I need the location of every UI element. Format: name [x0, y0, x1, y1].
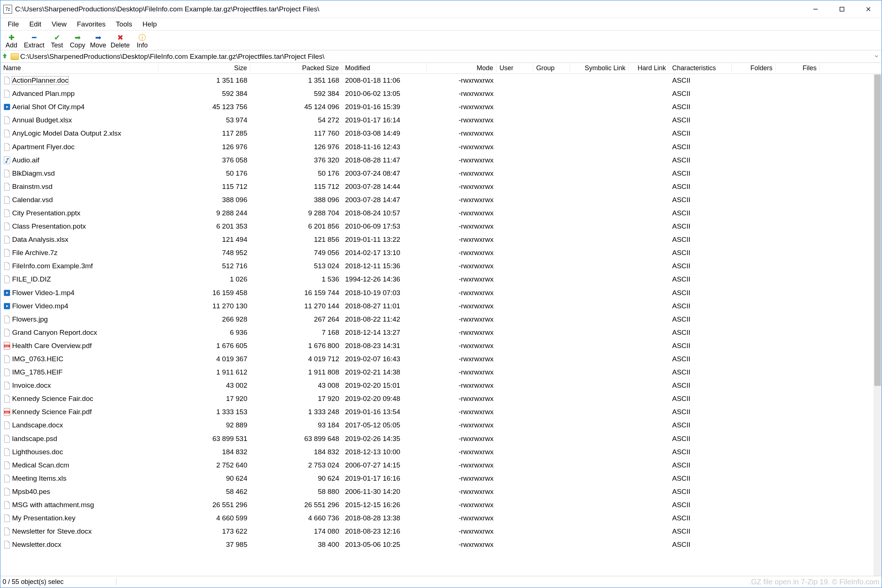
- file-row[interactable]: Flower Video-1.mp416 159 45816 159 74420…: [0, 286, 873, 300]
- file-modified: 2014-02-17 13:10: [342, 249, 427, 257]
- file-size: 11 270 130: [158, 302, 250, 310]
- file-row[interactable]: Flowers.jpg266 928267 2642018-08-22 11:4…: [0, 313, 873, 326]
- file-modified: 2018-11-16 12:43: [342, 143, 427, 151]
- file-characteristics: ASCII: [669, 448, 732, 456]
- menu-favorites[interactable]: Favorites: [72, 19, 111, 30]
- file-row[interactable]: City Presentation.pptx9 288 2449 288 704…: [0, 207, 873, 220]
- menu-tools[interactable]: Tools: [111, 19, 137, 30]
- file-characteristics: ASCII: [669, 275, 732, 284]
- col-header-packed[interactable]: Packed Size: [250, 64, 342, 73]
- file-row[interactable]: IMG_0763.HEIC4 019 3674 019 7122019-02-0…: [0, 352, 873, 366]
- file-row[interactable]: IMG_1785.HEIF1 911 6121 911 8082019-02-2…: [0, 366, 873, 379]
- col-header-size[interactable]: Size: [158, 64, 250, 73]
- file-row[interactable]: Kennedy Science Fair.doc17 92017 9202019…: [0, 392, 873, 405]
- file-row[interactable]: Grand Canyon Report.docx6 9367 1682018-1…: [0, 326, 873, 339]
- maximize-button[interactable]: [829, 0, 855, 18]
- file-row[interactable]: FILE_ID.DIZ1 0261 5361994-12-26 14:36-rw…: [0, 273, 873, 286]
- file-name: Aerial Shot Of City.mp4: [12, 103, 84, 111]
- file-row[interactable]: Apartment Flyer.doc126 976126 9762018-11…: [0, 140, 873, 153]
- file-row[interactable]: Annual Budget.xlsx53 97454 2722019-01-17…: [0, 114, 873, 127]
- file-row[interactable]: Landscape.docx92 88993 1842017-05-12 05:…: [0, 418, 873, 432]
- col-header-characteristics[interactable]: Characteristics: [669, 64, 732, 73]
- file-packed-size: 4 019 712: [250, 355, 342, 363]
- video-icon: [3, 288, 10, 297]
- col-header-hardlink[interactable]: Hard Link: [629, 64, 669, 73]
- vertical-scrollbar[interactable]: [873, 74, 882, 576]
- menu-help[interactable]: Help: [138, 19, 162, 30]
- close-button[interactable]: [855, 0, 882, 18]
- generic-icon: [3, 540, 10, 549]
- col-header-mode[interactable]: Mode: [427, 64, 496, 73]
- toolbar-copy-button[interactable]: ➡Copy: [67, 33, 88, 50]
- generic-icon: [3, 235, 10, 244]
- toolbar-extract-button[interactable]: ━Extract: [22, 33, 46, 50]
- toolbar-test-button[interactable]: ✔Test: [46, 33, 67, 50]
- file-row[interactable]: BlkDiagm.vsd50 17650 1762003-07-24 08:47…: [0, 167, 873, 180]
- file-row[interactable]: landscape.psd63 899 53163 899 6482019-02…: [0, 432, 873, 446]
- col-header-modified[interactable]: Modified: [342, 64, 427, 73]
- toolbar-move-button[interactable]: ➡Move: [88, 33, 108, 50]
- col-header-user[interactable]: User: [496, 64, 533, 73]
- generic-icon: [3, 487, 10, 496]
- file-row[interactable]: Aerial Shot Of City.mp445 123 75645 124 …: [0, 100, 873, 114]
- file-row[interactable]: File Archive.7z748 952749 0562014-02-17 …: [0, 246, 873, 260]
- file-row[interactable]: MSG with attachment.msg26 551 29626 551 …: [0, 498, 873, 512]
- toolbar-info-button[interactable]: ⓘInfo: [132, 33, 153, 50]
- scrollbar-thumb[interactable]: [874, 75, 881, 386]
- file-modified: 2019-02-07 16:43: [342, 355, 427, 363]
- file-size: 45 123 756: [158, 103, 250, 111]
- menu-view[interactable]: View: [46, 19, 72, 30]
- menu-file[interactable]: File: [3, 19, 24, 30]
- col-header-group[interactable]: Group: [533, 64, 570, 73]
- file-row[interactable]: Data Analysis.xlsx121 494121 8562019-01-…: [0, 233, 873, 246]
- video-icon: [3, 302, 10, 310]
- generic-icon: [3, 315, 10, 324]
- file-row[interactable]: Lighthouses.doc184 832184 8322018-12-13 …: [0, 446, 873, 459]
- file-mode: -rwxrwxrwx: [427, 328, 496, 337]
- file-size: 90 624: [158, 474, 250, 483]
- generic-icon: [3, 195, 10, 204]
- address-input[interactable]: [20, 52, 872, 61]
- file-mode: -rwxrwxrwx: [427, 435, 496, 443]
- file-row[interactable]: PDFHealth Care Overview.pdf1 676 6051 67…: [0, 339, 873, 352]
- col-header-name[interactable]: Name: [0, 64, 158, 73]
- toolbar-delete-button[interactable]: ✖Delete: [108, 33, 132, 50]
- file-row[interactable]: Invoice.docx43 00243 0082019-02-20 15:01…: [0, 379, 873, 392]
- file-row[interactable]: Newsletter for Steve.docx173 622174 0802…: [0, 525, 873, 538]
- file-row[interactable]: Flower Video.mp411 270 13011 270 1442018…: [0, 300, 873, 313]
- file-modified: 2010-06-02 13:05: [342, 90, 427, 98]
- file-row[interactable]: My Presentation.key4 660 5994 660 736201…: [0, 512, 873, 525]
- col-header-files[interactable]: Files: [776, 64, 820, 73]
- file-row[interactable]: Meeting Items.xls90 62490 6242019-01-17 …: [0, 472, 873, 485]
- status-right-watermark: .GZ file open in 7-Zip 19. © FileInfo.co…: [749, 578, 879, 586]
- file-modified: 2018-03-08 14:49: [342, 129, 427, 138]
- file-row[interactable]: PDFKennedy Science Fair.pdf1 333 1531 33…: [0, 405, 873, 418]
- file-row[interactable]: ActionPlanner.doc1 351 1681 351 1682008-…: [0, 74, 873, 87]
- file-row[interactable]: AnyLogic Model Data Output 2.xlsx117 285…: [0, 127, 873, 140]
- file-packed-size: 4 660 736: [250, 514, 342, 522]
- file-row[interactable]: Class Presentation.potx6 201 3536 201 85…: [0, 220, 873, 233]
- menu-edit[interactable]: Edit: [24, 19, 46, 30]
- file-mode: -rwxrwxrwx: [427, 315, 496, 323]
- toolbar-add-button[interactable]: ✚Add: [1, 33, 22, 50]
- address-dropdown-icon[interactable]: [873, 52, 880, 60]
- file-row[interactable]: Advanced Plan.mpp592 384592 3842010-06-0…: [0, 87, 873, 100]
- file-row[interactable]: Newsletter.docx37 98538 4002013-05-06 10…: [0, 538, 873, 551]
- file-row[interactable]: FileInfo.com Example.3mf512 716513 02420…: [0, 260, 873, 273]
- file-name: Newsletter.docx: [12, 541, 62, 549]
- file-packed-size: 93 184: [250, 421, 342, 429]
- minimize-button[interactable]: [802, 0, 829, 18]
- file-name: Invoice.docx: [12, 381, 51, 390]
- file-mode: -rwxrwxrwx: [427, 541, 496, 549]
- file-row[interactable]: Audio.aif376 058376 3202018-08-28 11:47-…: [0, 154, 873, 167]
- col-header-symlink[interactable]: Symbolic Link: [570, 64, 629, 73]
- file-mode: -rwxrwxrwx: [427, 501, 496, 509]
- delete-icon: ✖: [117, 33, 123, 42]
- file-row[interactable]: Medical Scan.dcm2 752 6402 753 0242006-0…: [0, 459, 873, 472]
- file-row[interactable]: Mpsb40.pes58 46258 8802006-11-30 14:20-r…: [0, 485, 873, 498]
- col-header-folders[interactable]: Folders: [732, 64, 776, 73]
- nav-up-icon[interactable]: [2, 53, 9, 60]
- file-row[interactable]: Calendar.vsd388 096388 0962003-07-28 14:…: [0, 193, 873, 207]
- file-row[interactable]: Brainstm.vsd115 712115 7122003-07-28 14:…: [0, 180, 873, 193]
- file-name: landscape.psd: [12, 435, 57, 443]
